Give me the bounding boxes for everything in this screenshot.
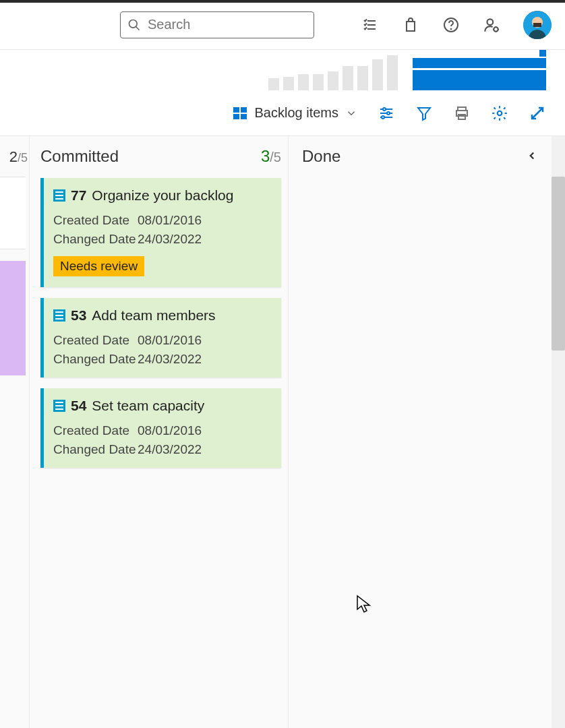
svg-rect-11 xyxy=(533,23,541,27)
work-item-id: 54 xyxy=(71,398,86,414)
column-title: Done xyxy=(302,147,340,166)
work-item-card[interactable]: 77 Organize your backlog Created Date 08… xyxy=(40,178,281,287)
fullscreen-icon[interactable] xyxy=(529,104,546,122)
board-toolbar: Backlog items xyxy=(0,90,565,136)
search-box[interactable] xyxy=(120,11,314,38)
shopping-bag-icon[interactable] xyxy=(402,16,419,34)
pbi-icon xyxy=(53,309,65,322)
gear-icon[interactable] xyxy=(491,104,508,122)
work-item-card[interactable]: 54 Set team capacity Created Date 08/01/… xyxy=(40,388,281,468)
created-value: 08/01/2016 xyxy=(138,423,270,438)
work-item-title: Organize your backlog xyxy=(92,187,233,204)
changed-value: 24/03/2022 xyxy=(138,232,270,247)
user-avatar[interactable] xyxy=(523,11,552,39)
changed-label: Changed Date xyxy=(53,442,138,457)
svg-point-0 xyxy=(129,20,138,28)
backlog-icon xyxy=(232,105,248,121)
help-icon[interactable] xyxy=(442,16,460,34)
backlog-level-selector[interactable]: Backlog items xyxy=(232,105,358,121)
svg-line-1 xyxy=(136,26,140,30)
pbi-icon xyxy=(53,189,65,202)
work-item-id: 77 xyxy=(71,187,86,204)
created-label: Created Date xyxy=(53,213,138,228)
svg-point-26 xyxy=(498,111,502,115)
cumulative-flow-chart[interactable] xyxy=(413,54,546,90)
committed-column: Committed 3/5 77 Organize your backlog C… xyxy=(30,136,289,728)
kanban-board: 2/5 Committed 3/5 77 Organize your backl… xyxy=(0,136,565,728)
work-item-title: Set team capacity xyxy=(92,398,204,414)
work-item-title: Add team members xyxy=(92,307,215,324)
svg-point-6 xyxy=(451,28,452,29)
chevron-down-icon xyxy=(345,107,357,119)
svg-point-17 xyxy=(383,108,386,111)
done-column: Done xyxy=(289,136,565,728)
changed-value: 24/03/2022 xyxy=(138,442,270,457)
svg-rect-13 xyxy=(241,107,247,113)
card-stub[interactable] xyxy=(0,177,26,249)
column-count: 3 xyxy=(261,147,270,165)
search-icon xyxy=(127,18,141,32)
svg-marker-22 xyxy=(418,108,430,120)
svg-line-27 xyxy=(532,108,543,119)
svg-point-7 xyxy=(487,19,494,25)
svg-rect-15 xyxy=(241,114,247,119)
backlog-level-label: Backlog items xyxy=(255,105,339,121)
settings-sliders-icon[interactable] xyxy=(378,104,395,122)
created-label: Created Date xyxy=(53,333,138,348)
top-bar xyxy=(0,0,565,50)
column-limit: /5 xyxy=(270,150,281,164)
print-icon[interactable] xyxy=(453,104,471,122)
chart-strip xyxy=(0,50,565,90)
svg-point-19 xyxy=(387,112,390,115)
created-value: 08/01/2016 xyxy=(138,333,270,348)
created-label: Created Date xyxy=(53,423,138,438)
changed-value: 24/03/2022 xyxy=(138,352,270,367)
svg-rect-14 xyxy=(233,114,239,119)
card-tag[interactable]: Needs review xyxy=(53,256,144,276)
list-icon[interactable] xyxy=(361,16,379,34)
search-input[interactable] xyxy=(148,17,318,32)
previous-column-count: 2/5 xyxy=(9,148,28,166)
pbi-icon xyxy=(53,400,65,412)
done-column-header[interactable]: Done xyxy=(289,136,565,178)
card-stub-purple[interactable] xyxy=(0,261,26,375)
previous-column-sliver: 2/5 xyxy=(0,136,30,728)
svg-point-21 xyxy=(382,116,384,119)
work-item-id: 53 xyxy=(71,307,86,324)
committed-column-header[interactable]: Committed 3/5 xyxy=(40,136,281,178)
created-value: 08/01/2016 xyxy=(138,213,270,228)
changed-label: Changed Date xyxy=(53,232,138,247)
svg-rect-12 xyxy=(233,107,239,113)
work-item-card[interactable]: 53 Add team members Created Date 08/01/2… xyxy=(40,298,281,377)
collapse-column-icon[interactable] xyxy=(526,150,538,162)
changed-label: Changed Date xyxy=(53,352,138,367)
mouse-cursor-icon xyxy=(356,595,371,613)
sparkline-bars xyxy=(268,55,398,90)
scrollbar-thumb[interactable] xyxy=(552,177,565,351)
top-icon-group xyxy=(361,11,552,39)
filter-icon[interactable] xyxy=(415,104,433,122)
column-title: Committed xyxy=(40,147,119,166)
user-settings-icon[interactable] xyxy=(483,16,500,34)
